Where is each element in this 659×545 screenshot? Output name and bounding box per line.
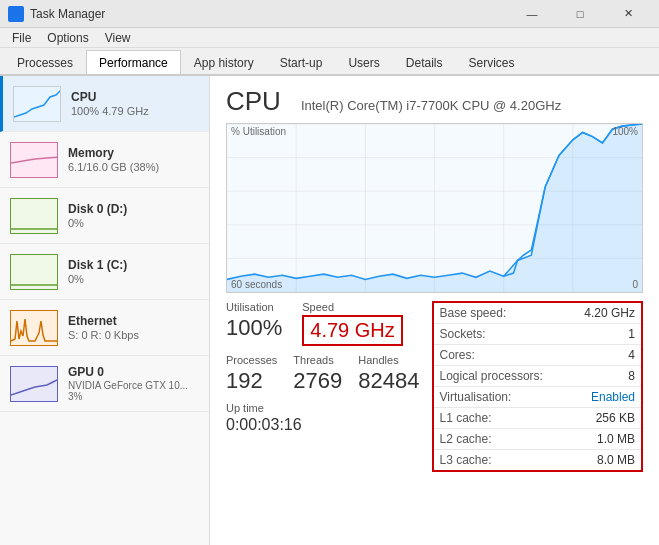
processes-block: Processes 192 [226,354,277,394]
basespeed-key: Base speed: [440,306,585,320]
chart-y-max: 100% [612,126,638,137]
uptime-value: 0:00:03:16 [226,416,420,434]
l3-key: L3 cache: [440,453,597,467]
handles-value: 82484 [358,368,419,394]
app-icon [8,6,24,22]
chart-y-label: % Utilisation [231,126,286,137]
cpu-title: CPU [226,86,281,117]
virtualisation-val: Enabled [591,390,635,404]
info-table-wrapper: Base speed: 4.20 GHz Sockets: 1 Cores: 4… [432,301,644,472]
cpu-info: CPU 100% 4.79 GHz [71,90,199,117]
sidebar-item-cpu[interactable]: CPU 100% 4.79 GHz [0,76,209,132]
memory-info: Memory 6.1/16.0 GB (38%) [68,146,199,173]
cpu-chart: % Utilisation 100% [226,123,643,293]
app-title: Task Manager [30,7,509,21]
info-row-basespeed: Base speed: 4.20 GHz [434,303,642,324]
utilisation-value: 100% [226,315,282,341]
sidebar-item-ethernet[interactable]: Ethernet S: 0 R: 0 Kbps [0,300,209,356]
disk1-thumbnail [10,254,58,290]
gpu-name: GPU 0 [68,365,199,379]
l3-val: 8.0 MB [597,453,635,467]
basespeed-val: 4.20 GHz [584,306,635,320]
info-row-sockets: Sockets: 1 [434,324,642,345]
menu-view[interactable]: View [97,28,139,47]
uptime-block: Up time 0:00:03:16 [226,402,420,434]
l1-val: 256 KB [596,411,635,425]
sidebar-item-gpu[interactable]: GPU 0 NVIDIA GeForce GTX 10...3% [0,356,209,412]
chart-x-left: 60 seconds [231,279,282,290]
disk0-stat: 0% [68,217,199,229]
sidebar-item-disk1[interactable]: Disk 1 (C:) 0% [0,244,209,300]
disk0-info: Disk 0 (D:) 0% [68,202,199,229]
sidebar: CPU 100% 4.79 GHz Memory 6.1/16.0 GB (38… [0,76,210,545]
cpu-stat: 100% 4.79 GHz [71,105,199,117]
chart-x-right: 0 [632,279,638,290]
tab-processes[interactable]: Processes [4,50,86,74]
speed-value: 4.79 GHz [302,315,402,346]
info-row-l2: L2 cache: 1.0 MB [434,429,642,450]
tab-startup[interactable]: Start-up [267,50,336,74]
threads-block: Threads 2769 [293,354,342,394]
ethernet-info: Ethernet S: 0 R: 0 Kbps [68,314,199,341]
handles-block: Handles 82484 [358,354,419,394]
sidebar-item-memory[interactable]: Memory 6.1/16.0 GB (38%) [0,132,209,188]
left-stats: Utilisation 100% Speed 4.79 GHz Processe… [226,301,420,472]
l2-val: 1.0 MB [597,432,635,446]
disk1-info: Disk 1 (C:) 0% [68,258,199,285]
info-row-virtualisation: Virtualisation: Enabled [434,387,642,408]
disk1-name: Disk 1 (C:) [68,258,199,272]
disk0-thumbnail [10,198,58,234]
minimize-button[interactable]: — [509,0,555,28]
cpu-name: CPU [71,90,199,104]
cpu-thumbnail [13,86,61,122]
virtualisation-key: Virtualisation: [440,390,591,404]
menu-options[interactable]: Options [39,28,96,47]
tab-performance[interactable]: Performance [86,50,181,74]
title-bar: Task Manager — □ ✕ [0,0,659,28]
gpu-info: GPU 0 NVIDIA GeForce GTX 10...3% [68,365,199,402]
info-row-l3: L3 cache: 8.0 MB [434,450,642,470]
gpu-stat: NVIDIA GeForce GTX 10...3% [68,380,199,402]
uptime-label: Up time [226,402,420,414]
utilisation-block: Utilisation 100% [226,301,282,341]
processes-label: Processes [226,354,277,366]
ethernet-thumbnail [10,310,58,346]
handles-label: Handles [358,354,419,366]
chart-svg [227,124,642,292]
window-controls: — □ ✕ [509,0,651,28]
menu-file[interactable]: File [4,28,39,47]
info-row-logical: Logical processors: 8 [434,366,642,387]
l2-key: L2 cache: [440,432,597,446]
tab-app-history[interactable]: App history [181,50,267,74]
memory-stat: 6.1/16.0 GB (38%) [68,161,199,173]
speed-label: Speed [302,301,402,313]
tab-services[interactable]: Services [455,50,527,74]
cpu-header: CPU Intel(R) Core(TM) i7-7700K CPU @ 4.2… [226,86,643,117]
disk0-name: Disk 0 (D:) [68,202,199,216]
disk1-stat: 0% [68,273,199,285]
maximize-button[interactable]: □ [557,0,603,28]
close-button[interactable]: ✕ [605,0,651,28]
memory-thumbnail [10,142,58,178]
main-content: CPU 100% 4.79 GHz Memory 6.1/16.0 GB (38… [0,76,659,545]
logical-val: 8 [628,369,635,383]
cores-val: 4 [628,348,635,362]
threads-value: 2769 [293,368,342,394]
sidebar-item-disk0[interactable]: Disk 0 (D:) 0% [0,188,209,244]
processes-value: 192 [226,368,277,394]
utilisation-label: Utilisation [226,301,282,313]
info-table: Base speed: 4.20 GHz Sockets: 1 Cores: 4… [434,303,642,470]
cores-key: Cores: [440,348,629,362]
ethernet-stat: S: 0 R: 0 Kbps [68,329,199,341]
logical-key: Logical processors: [440,369,629,383]
cpu-model: Intel(R) Core(TM) i7-7700K CPU @ 4.20GHz [301,98,561,113]
tab-users[interactable]: Users [335,50,392,74]
gpu-thumbnail [10,366,58,402]
sockets-val: 1 [628,327,635,341]
right-panel: CPU Intel(R) Core(TM) i7-7700K CPU @ 4.2… [210,76,659,545]
info-row-cores: Cores: 4 [434,345,642,366]
l1-key: L1 cache: [440,411,596,425]
menu-bar: File Options View [0,28,659,48]
tab-details[interactable]: Details [393,50,456,74]
info-row-l1: L1 cache: 256 KB [434,408,642,429]
